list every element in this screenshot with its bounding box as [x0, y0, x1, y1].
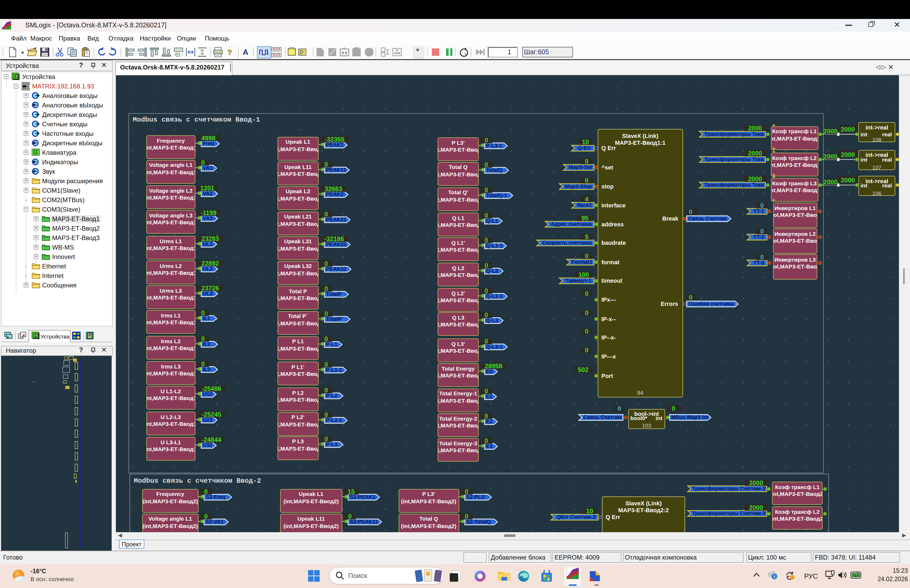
- svg-text:P-L1-1: P-L1-1: [326, 367, 342, 373]
- svg-text:-25486: -25486: [201, 385, 221, 392]
- svg-text:0: 0: [324, 361, 328, 368]
- svg-text:0: 0: [464, 513, 468, 520]
- svg-text:0: 0: [484, 338, 488, 345]
- svg-text:4: 4: [585, 195, 588, 203]
- svg-text:0: 0: [324, 435, 328, 443]
- svg-text:TT-3: TT-3: [753, 260, 764, 266]
- svg-text:0: 0: [324, 285, 328, 292]
- svg-text:0: 0: [484, 137, 488, 144]
- svg-text:Таймаут-1: Таймаут-1: [565, 278, 592, 283]
- svg-text:Ошибки счетчика: Ошибки счетчика: [688, 301, 734, 307]
- svg-text:-32186: -32186: [324, 235, 344, 242]
- svg-text:0: 0: [484, 237, 488, 244]
- svg-text:0: 0: [484, 437, 488, 444]
- svg-text:MBus Map3 Int: MBus Map3 Int: [671, 414, 708, 420]
- svg-text:Q-L3-1: Q-L3-1: [486, 344, 503, 349]
- svg-text:Связь Счетчик: Связь Счетчик: [688, 216, 727, 221]
- svg-text:5: 5: [585, 233, 588, 240]
- svg-text:0: 0: [201, 309, 204, 317]
- svg-text:95: 95: [581, 215, 588, 221]
- svg-text:0: 0: [484, 388, 488, 394]
- svg-text:...: ...: [32, 378, 35, 383]
- svg-text:10: 10: [586, 507, 593, 515]
- svg-text:S2-PEAK11: S2-PEAK11: [349, 519, 378, 525]
- svg-text:2000: 2000: [823, 153, 837, 160]
- svg-text:TT-2: TT-2: [753, 234, 764, 240]
- svg-text:2000: 2000: [840, 177, 855, 184]
- svg-text:Трансформаторы Счетчик-2: Трансформаторы Счетчик-2: [692, 486, 765, 491]
- svg-text:0: 0: [324, 411, 328, 418]
- svg-text:Адрес счетчика: Адрес счетчика: [551, 221, 592, 227]
- svg-text:23726: 23726: [201, 284, 219, 292]
- svg-text:2000: 2000: [749, 479, 763, 486]
- svg-text:502: 502: [577, 366, 588, 373]
- svg-text:0: 0: [484, 412, 488, 420]
- svg-text:S2-PL3': S2-PL3': [466, 494, 485, 500]
- svg-text:Трансформаторы Счетчик-2: Трансформаторы Счетчик-2: [692, 510, 765, 516]
- svg-text:32663: 32663: [324, 185, 342, 192]
- svg-text:0: 0: [201, 360, 204, 367]
- svg-text:0: 0: [585, 290, 588, 297]
- svg-text:2000: 2000: [748, 124, 762, 132]
- svg-text:0: 0: [617, 405, 621, 412]
- svg-text:QErr Счетчик-2: QErr Счетчик-2: [556, 514, 595, 520]
- svg-text:15: 15: [347, 488, 354, 495]
- svg-text:TotalP: TotalP: [326, 291, 341, 297]
- svg-text:0: 0: [484, 186, 488, 194]
- svg-text:-1199: -1199: [200, 209, 216, 216]
- svg-text:0: 0: [324, 161, 328, 168]
- svg-text:0: 0: [484, 262, 488, 269]
- svg-text:0: 0: [760, 202, 763, 209]
- svg-text:2000: 2000: [840, 151, 855, 158]
- svg-text:0: 0: [671, 405, 675, 412]
- svg-text:0: 0: [201, 159, 204, 166]
- svg-text:0: 0: [585, 328, 588, 335]
- svg-text:0: 0: [484, 212, 488, 219]
- svg-text:0: 0: [204, 513, 207, 520]
- svg-text:-32355: -32355: [325, 136, 344, 143]
- svg-text:Связь Счетчик: Связь Счетчик: [583, 414, 622, 420]
- svg-text:TT-1: TT-1: [753, 208, 764, 214]
- svg-text:Q-Err: Q-Err: [577, 145, 591, 151]
- svg-text:1201: 1201: [200, 184, 214, 192]
- svg-text:-25245: -25245: [201, 411, 221, 418]
- svg-text:0: 0: [484, 287, 488, 294]
- svg-text:Мар3-Set: Мар3-Set: [568, 164, 592, 170]
- svg-text:0: 0: [464, 488, 468, 495]
- svg-text:10: 10: [582, 139, 589, 145]
- svg-text:2000: 2000: [748, 175, 762, 183]
- svg-text:0: 0: [585, 252, 588, 260]
- svg-text:0: 0: [324, 335, 328, 342]
- svg-text:Трансформаторы Тока: Трансформаторы Тока: [704, 131, 764, 137]
- svg-text:Скорость счетчика: Скорость счетчика: [542, 240, 592, 246]
- svg-text:0: 0: [484, 161, 488, 168]
- svg-text:S2-Freq: S2-Freq: [205, 494, 225, 500]
- svg-text:0: 0: [204, 488, 207, 495]
- svg-text:28958: 28958: [485, 362, 502, 370]
- svg-text:Мар3-Stop: Мар3-Stop: [564, 183, 592, 189]
- svg-text:2000: 2000: [748, 150, 762, 157]
- svg-text:Трансформаторы Тока: Трансформаторы Тока: [704, 156, 764, 162]
- svg-text:0: 0: [689, 208, 692, 215]
- svg-text:P-L2-1: P-L2-1: [326, 417, 342, 423]
- svg-text:0: 0: [585, 177, 588, 184]
- svg-text:0: 0: [324, 210, 328, 218]
- svg-text:0: 0: [324, 260, 328, 267]
- svg-text:TotalP`: TotalP`: [326, 316, 343, 322]
- svg-text:2000: 2000: [749, 504, 763, 511]
- svg-text:22892: 22892: [201, 260, 219, 267]
- svg-text:100: 100: [578, 271, 588, 278]
- svg-text:2000: 2000: [823, 128, 837, 135]
- svg-text:0: 0: [760, 254, 763, 260]
- svg-text:0: 0: [689, 294, 692, 301]
- svg-text:2000: 2000: [840, 126, 855, 133]
- svg-text:0: 0: [324, 310, 328, 317]
- svg-text:0: 0: [585, 158, 588, 165]
- svg-text:Q-L2-1: Q-L2-1: [486, 293, 503, 299]
- svg-text:Трансформаторы Тока: Трансформаторы Тока: [704, 182, 764, 188]
- svg-text:0: 0: [760, 228, 763, 235]
- svg-text:2000: 2000: [823, 178, 837, 186]
- svg-text:0: 0: [484, 311, 488, 318]
- svg-text:0: 0: [585, 347, 588, 354]
- svg-text:0: 0: [585, 309, 588, 317]
